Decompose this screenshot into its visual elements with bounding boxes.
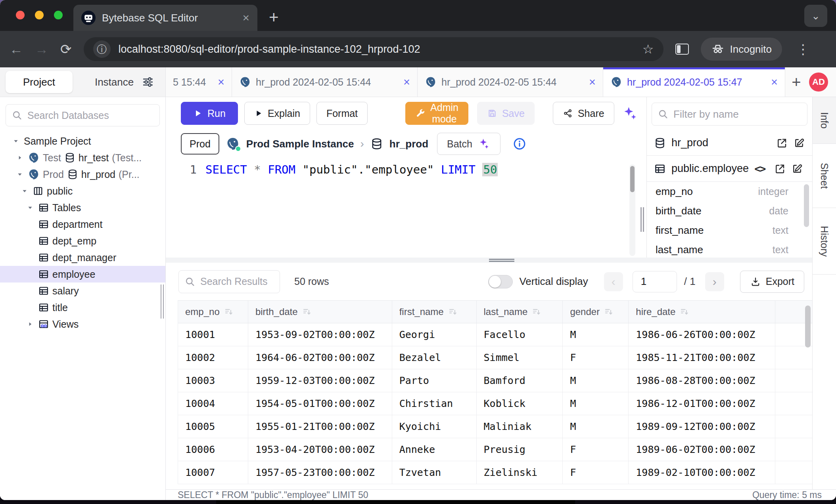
tree-item-sample-project[interactable]: Sample Project xyxy=(0,133,165,149)
side-panel-icon[interactable] xyxy=(675,44,689,55)
sql-code-line[interactable]: 1 SELECT * FROM "public"."employee" LIMI… xyxy=(166,163,638,176)
close-worksheet-icon[interactable]: × xyxy=(403,76,410,89)
table-row[interactable]: 100041954-05-01T00:00:00ZChirstianKoblic… xyxy=(178,392,812,415)
share-button[interactable]: Share xyxy=(553,102,614,125)
address-bar[interactable]: ⓘ localhost:8080/sql-editor/prod-sample-… xyxy=(84,37,663,61)
site-info-icon[interactable]: ⓘ xyxy=(93,40,111,58)
save-button[interactable]: Save xyxy=(477,102,535,125)
next-page-button[interactable]: › xyxy=(705,272,724,291)
column-row-birth_date[interactable]: birth_datedate xyxy=(647,201,812,221)
tab-instance[interactable]: Instance xyxy=(95,76,134,88)
window-close-button[interactable] xyxy=(16,11,25,19)
table-cell: Zielinski xyxy=(477,461,563,484)
external-link-icon[interactable] xyxy=(774,163,786,175)
admin-mode-button[interactable]: Admin mode xyxy=(405,102,468,125)
tab-search-button[interactable]: ⌄ xyxy=(804,5,827,27)
tree-item-employee[interactable]: employee xyxy=(0,266,165,283)
tree-item-dept-manager[interactable]: dept_manager xyxy=(0,249,165,266)
column-header-emp_no[interactable]: emp_no xyxy=(178,301,248,323)
run-button[interactable]: Run xyxy=(181,102,238,125)
table-row[interactable]: 100061953-04-20T00:00:00ZAnnekePreusigF1… xyxy=(178,438,812,461)
rail-tab-sheet[interactable]: Sheet xyxy=(813,144,836,208)
filter-settings-icon[interactable] xyxy=(141,75,155,89)
tree-item-department[interactable]: department xyxy=(0,216,165,233)
tree-item-title[interactable]: title xyxy=(0,299,165,316)
reload-icon[interactable]: ⟳ xyxy=(60,41,72,57)
tree-item-prod[interactable]: Prodhr_prod(Pr... xyxy=(0,166,165,183)
table-row[interactable]: 100051955-01-21T00:00:00ZKyoichiMaliniak… xyxy=(178,415,812,438)
rail-tab-history[interactable]: History xyxy=(813,208,836,275)
column-header-gender[interactable]: gender xyxy=(563,301,629,323)
instance-name[interactable]: Prod Sample Instance xyxy=(246,138,354,150)
schema-table-row[interactable]: public.employee <> xyxy=(647,156,812,182)
ai-sparkle-icon[interactable] xyxy=(621,105,638,122)
tree-item-dept-emp[interactable]: dept_emp xyxy=(0,233,165,249)
worksheet-tab[interactable]: hr_prod 2024-02-05 15:44× xyxy=(232,67,418,97)
filter-by-name-input[interactable] xyxy=(673,108,801,120)
search-results-input[interactable] xyxy=(200,276,274,287)
browser-tab-close-icon[interactable]: × xyxy=(242,12,249,24)
column-row-emp_no[interactable]: emp_nointeger xyxy=(647,182,812,201)
tab-project[interactable]: Project xyxy=(6,71,73,93)
table-row[interactable]: 100031959-12-03T00:00:00ZPartoBamfordM19… xyxy=(178,369,812,392)
close-worksheet-icon[interactable]: × xyxy=(589,76,596,89)
vertical-display-toggle[interactable] xyxy=(488,275,513,288)
bookmark-star-icon[interactable]: ☆ xyxy=(642,42,654,57)
tree-item-tables[interactable]: Tables xyxy=(0,199,165,216)
column-name: birth_date xyxy=(656,205,702,217)
horizontal-resize-handle[interactable] xyxy=(166,258,812,263)
column-header-first_name[interactable]: first_name xyxy=(392,301,477,323)
edit-icon[interactable] xyxy=(791,163,803,175)
worksheet-tab[interactable]: hr_prod 2024-02-05 15:47× xyxy=(603,67,785,97)
vertical-resize-handle[interactable] xyxy=(638,97,646,258)
window-zoom-button[interactable] xyxy=(54,11,63,19)
table-cell: M xyxy=(563,369,629,392)
prev-page-button[interactable]: ‹ xyxy=(604,272,623,291)
close-worksheet-icon[interactable]: × xyxy=(218,76,224,89)
results-search[interactable] xyxy=(178,270,280,293)
page-number-input[interactable] xyxy=(633,271,677,292)
browser-tab[interactable]: Bytebase SQL Editor × xyxy=(73,5,257,31)
browser-menu-icon[interactable]: ⋮ xyxy=(796,41,810,57)
schema-database-row[interactable]: hr_prod xyxy=(647,130,812,156)
worksheet-tab[interactable]: 5 15:44× xyxy=(166,67,232,97)
info-circle-icon[interactable] xyxy=(512,137,527,151)
column-row-first_name[interactable]: first_nametext xyxy=(647,221,812,240)
new-browser-tab-button[interactable]: + xyxy=(269,8,279,27)
editor-scrollbar[interactable] xyxy=(629,164,635,256)
column-row-last_name[interactable]: last_nametext xyxy=(647,240,812,258)
database-search[interactable] xyxy=(6,104,160,126)
user-avatar[interactable]: AD xyxy=(809,73,828,92)
forward-icon[interactable]: → xyxy=(35,42,48,57)
explain-button[interactable]: Explain xyxy=(244,102,310,125)
database-name[interactable]: hr_prod xyxy=(389,138,428,150)
tree-item-test[interactable]: Testhr_test(Test... xyxy=(0,149,165,166)
external-link-icon[interactable] xyxy=(776,137,788,149)
close-worksheet-icon[interactable]: × xyxy=(771,76,778,89)
results-scrollbar[interactable] xyxy=(805,305,811,347)
column-header-hire_date[interactable]: hire_date xyxy=(629,301,775,323)
search-databases-input[interactable] xyxy=(27,110,154,121)
worksheet-tab-label: hr_prod 2024-02-05 15:47 xyxy=(627,76,742,88)
column-header-birth_date[interactable]: birth_date xyxy=(248,301,392,323)
format-button[interactable]: Format xyxy=(316,102,368,125)
tree-item-salary[interactable]: salary xyxy=(0,283,165,299)
sort-icon xyxy=(302,307,312,317)
new-worksheet-button[interactable]: + xyxy=(785,67,807,97)
back-icon[interactable]: ← xyxy=(10,42,23,57)
tree-item-views[interactable]: Views xyxy=(0,316,165,332)
table-row[interactable]: 100021964-06-02T00:00:00ZBezalelSimmelF1… xyxy=(178,346,812,369)
rail-tab-info[interactable]: Info xyxy=(813,97,836,144)
export-button[interactable]: Export xyxy=(740,271,804,293)
table-row[interactable]: 100011953-09-02T00:00:00ZGeorgiFacelloM1… xyxy=(178,323,812,346)
column-list-scrollbar[interactable] xyxy=(804,184,809,227)
code-icon[interactable]: <> xyxy=(754,163,765,175)
tree-item-public[interactable]: public xyxy=(0,183,165,199)
window-minimize-button[interactable] xyxy=(35,11,44,19)
schema-filter[interactable] xyxy=(652,103,807,126)
table-row[interactable]: 100071957-05-23T00:00:00ZTzvetanZielinsk… xyxy=(178,461,812,484)
edit-icon[interactable] xyxy=(793,137,805,149)
batch-button[interactable]: Batch xyxy=(437,133,500,155)
column-header-last_name[interactable]: last_name xyxy=(477,301,563,323)
worksheet-tab[interactable]: hr_prod 2024-02-05 15:44× xyxy=(418,67,603,97)
